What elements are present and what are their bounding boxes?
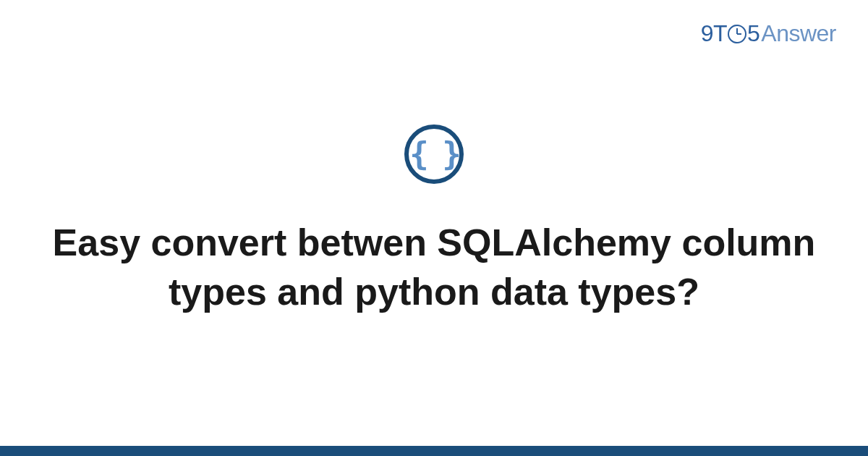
category-icon-circle: { } bbox=[404, 124, 464, 184]
question-title: Easy convert betwen SQLAlchemy column ty… bbox=[43, 219, 825, 316]
code-braces-icon: { } bbox=[409, 138, 458, 170]
bottom-accent-bar bbox=[0, 446, 868, 456]
main-content: { } Easy convert betwen SQLAlchemy colum… bbox=[0, 0, 868, 456]
